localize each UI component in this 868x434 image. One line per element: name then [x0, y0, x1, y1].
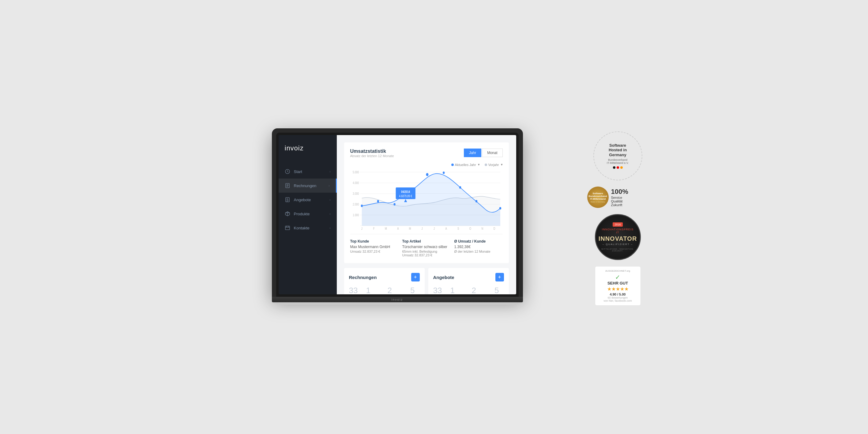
- content-inner: Umsatzstatistik Absatz der letzten 12 Mo…: [337, 135, 516, 294]
- stat-top-artikel-value2: 65mm inkl. Befestigung: [402, 250, 451, 253]
- nav-item-left-produkte: Produkte: [285, 211, 310, 217]
- svg-text:4.6879,89 €: 4.6879,89 €: [399, 194, 412, 198]
- sidebar-item-kontakte[interactable]: Kontakte ›: [279, 221, 337, 235]
- angebote-stat-entwurf: 1 Entwurf: [447, 286, 458, 294]
- product-icon: [285, 211, 290, 217]
- dot-red: [617, 166, 619, 169]
- stats-title-group: Umsatzstatistik Absatz der letzten 12 Mo…: [350, 149, 394, 161]
- service-line-3: Zukunft: [611, 203, 628, 207]
- svg-text:A: A: [397, 227, 399, 230]
- svg-text:J: J: [433, 227, 434, 230]
- svg-point-27: [377, 200, 379, 203]
- legend-current[interactable]: Aktuelles Jahr ▾: [451, 163, 480, 166]
- svg-point-31: [443, 172, 444, 174]
- laptop: invoiz Start: [272, 128, 523, 305]
- legend-current-arrow: ▾: [478, 163, 480, 166]
- innovator-year: 2016: [613, 222, 622, 227]
- medal-title: SoftwareBundesverbandIT-Mittelstand: [588, 192, 607, 200]
- angebote-card: Angebote + 33 offen: [428, 268, 509, 294]
- separator: [350, 234, 503, 234]
- service-pct: 100%: [611, 188, 628, 196]
- contact-icon: [285, 225, 290, 230]
- rechnungen-entwurf-number: 1: [363, 286, 374, 294]
- rechnungen-add-button[interactable]: +: [411, 273, 420, 281]
- angebote-stats-row: 33 offen 1 Entwurf: [433, 286, 504, 294]
- rechnungen-offen-number: 33: [349, 286, 358, 294]
- chart-container: 5.000 4.000 3.000 2.000 1.000: [350, 169, 503, 230]
- chevron-icon-kontakte: ›: [330, 226, 330, 230]
- innovator-sub: – QUALIFIZIERT –: [602, 243, 633, 246]
- nav-item-left-kontakte: Kontakte: [285, 225, 310, 230]
- svg-point-32: [459, 186, 461, 189]
- stats-card: Umsatzstatistik Absatz der letzten 12 Mo…: [344, 143, 509, 263]
- legend-prev[interactable]: Vorjahr ▾: [485, 163, 503, 166]
- angebote-card-header: Angebote +: [433, 273, 504, 281]
- angebote-stat-ueberfaellig: 5 Überfällig: [490, 286, 504, 294]
- rechnungen-stat-entwurf: 1 Entwurf: [363, 286, 374, 294]
- hosted-badge-wrapper: SoftwareHosted inGermany BundesverbandIT…: [587, 131, 649, 180]
- period-buttons: Jahr Monat: [464, 149, 503, 157]
- rating-score: 4.90 / 5.00: [598, 292, 638, 296]
- angebote-add-button[interactable]: +: [495, 273, 504, 281]
- hosted-sub: BundesverbandIT-Mittelstand e.V.: [607, 158, 629, 164]
- svg-point-28: [394, 203, 395, 206]
- scene: invoiz Start: [220, 128, 649, 306]
- rating-count: 60 Bewertungenvon hier, facebook.com: [598, 296, 638, 302]
- stats-title: Umsatzstatistik: [350, 149, 394, 154]
- sidebar-item-rechnungen[interactable]: Rechnungen ›: [279, 179, 337, 193]
- rating-label: SEHR GUT: [598, 281, 638, 285]
- svg-text:F: F: [373, 227, 374, 230]
- sidebar-item-start[interactable]: Start ›: [279, 164, 337, 179]
- chevron-icon-angebote: ›: [330, 198, 330, 202]
- svg-text:A: A: [445, 227, 447, 230]
- sidebar-label-start: Start: [294, 169, 302, 174]
- dot-black: [613, 166, 615, 169]
- svg-text:2.000: 2.000: [353, 203, 359, 206]
- medal-subtitle: Made in Germany: [591, 201, 605, 203]
- stat-top-artikel-label: Top Artikel: [402, 239, 451, 244]
- period-month-button[interactable]: Monat: [482, 149, 502, 157]
- nav-item-left-rechnungen: Rechnungen: [285, 183, 317, 188]
- svg-text:J: J: [421, 227, 423, 230]
- stats-header: Umsatzstatistik Absatz der letzten 12 Mo…: [350, 149, 503, 161]
- nav-item-left-start: Start: [285, 169, 302, 174]
- innovator-pretext: INNOVATIONSPREIS IT: [601, 228, 635, 234]
- cards-row: Rechnungen + 33 offen: [344, 268, 509, 294]
- rechnungen-ueberfaellig-number: 5: [405, 286, 420, 294]
- sidebar-label-rechnungen: Rechnungen: [294, 183, 317, 188]
- svg-text:D: D: [493, 227, 495, 230]
- svg-text:4.000: 4.000: [353, 181, 359, 185]
- rechnungen-ngesendet-number: 2: [379, 286, 401, 294]
- rating-badge: AUSGEZEICHNET.org ✓ SEHR GUT ★★★★★ 4.90 …: [595, 266, 641, 306]
- svg-text:M: M: [409, 227, 411, 230]
- laptop-brand-label: invoiz: [392, 298, 403, 301]
- svg-text:J: J: [361, 227, 362, 230]
- dot-yellow: [620, 166, 623, 169]
- innovator-badge-wrapper: 2016 INNOVATIONSPREIS IT INNOVATOR – QUA…: [587, 214, 649, 260]
- legend-dot-current: [451, 163, 454, 166]
- svg-text:S: S: [457, 227, 459, 230]
- stat-avg-umsatz-value1: 1.392,38€: [454, 245, 503, 249]
- stat-avg-umsatz: Ø Umsatz / Kunde 1.392,38€ Ø der letzten…: [454, 239, 503, 257]
- svg-text:N: N: [481, 227, 483, 230]
- stat-top-artikel: Top Artikel Türscharnier schwarz-silber …: [402, 239, 451, 257]
- sidebar-item-angebote[interactable]: Angebote ›: [279, 193, 337, 207]
- sidebar-label-angebote: Angebote: [294, 197, 311, 202]
- bottom-stats: Top Kunde Max Mustermann GmbH Umsatz 32.…: [350, 239, 503, 257]
- rechnungen-card: Rechnungen + 33 offen: [344, 268, 425, 294]
- period-year-button[interactable]: Jahr: [464, 149, 481, 157]
- badges-panel: SoftwareHosted inGermany BundesverbandIT…: [587, 128, 649, 306]
- sidebar-item-produkte[interactable]: Produkte ›: [279, 207, 337, 221]
- svg-point-26: [361, 205, 363, 207]
- nav-item-left-angebote: Angebote: [285, 197, 311, 203]
- legend-current-label: Aktuelles Jahr: [455, 163, 476, 166]
- angebote-stat-ngesendet: 2 nicht gesendet: [463, 286, 485, 294]
- chevron-icon-start: ›: [330, 170, 330, 173]
- legend-row: Aktuelles Jahr ▾ Vorjahr ▾: [350, 163, 503, 166]
- stat-top-artikel-value1: Türscharnier schwarz-silber: [402, 245, 451, 249]
- angebote-card-title: Angebote: [433, 275, 454, 280]
- laptop-foot: [278, 302, 517, 305]
- hosted-badge: SoftwareHosted inGermany BundesverbandIT…: [593, 131, 642, 180]
- stat-top-artikel-value3: Umsatz 32.837,23 €: [402, 253, 451, 257]
- svg-point-34: [499, 207, 501, 210]
